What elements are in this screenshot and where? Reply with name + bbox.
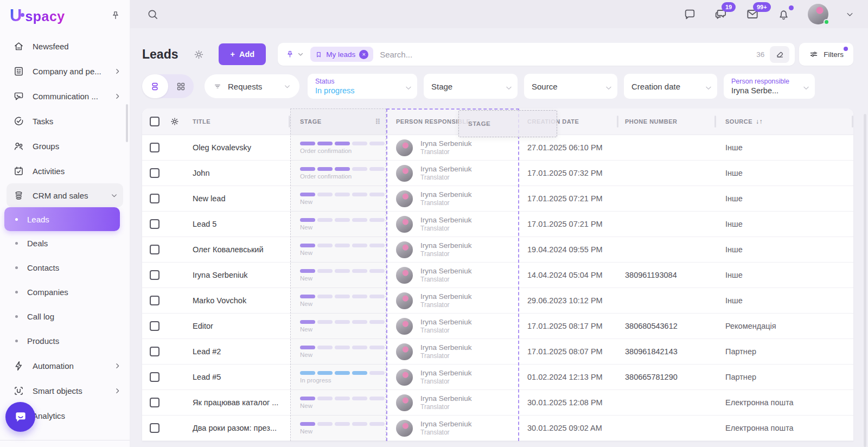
- table-row[interactable]: Oleg Kovalevsky Order confirmation Iryna…: [142, 135, 853, 161]
- lead-title[interactable]: Як працював каталог ...: [186, 398, 290, 407]
- table-row[interactable]: New lead New Iryna Serbeniuk Translator …: [142, 186, 853, 212]
- lead-title[interactable]: Олег Ковалевський: [186, 245, 290, 254]
- clear-search-button[interactable]: [770, 46, 789, 63]
- column-header-phone[interactable]: PHONE NUMBER: [618, 116, 716, 127]
- table-row[interactable]: Lead #5 In progress Iryna Serbeniuk Tran…: [142, 365, 853, 390]
- sidebar-item-smart-objects[interactable]: Smart objects: [0, 378, 130, 403]
- sidebar-item-groups[interactable]: Groups: [0, 133, 130, 158]
- comments-button[interactable]: [683, 8, 697, 21]
- table-settings-button[interactable]: [164, 117, 186, 126]
- row-checkbox[interactable]: [150, 372, 159, 382]
- lead-title[interactable]: Editor: [186, 322, 290, 330]
- sidebar-item-call-log[interactable]: Call log: [0, 304, 130, 329]
- app-logo[interactable]: U spacy: [10, 7, 65, 24]
- row-checkbox[interactable]: [150, 321, 159, 331]
- sidebar-item-products[interactable]: Products: [0, 329, 130, 353]
- sidebar-item-newsfeed[interactable]: Newsfeed: [0, 34, 130, 59]
- person-text: Iryna Serbeniuk Translator: [420, 420, 472, 437]
- online-status-dot: [824, 19, 829, 25]
- lead-title[interactable]: Marko Vovchok: [186, 296, 290, 305]
- source-filter[interactable]: Source: [524, 74, 617, 99]
- column-resize-handle[interactable]: [852, 116, 853, 127]
- lead-title[interactable]: Lead 5: [186, 220, 290, 228]
- sidebar-item-contacts[interactable]: Contacts: [0, 256, 130, 280]
- row-checkbox[interactable]: [150, 219, 159, 229]
- mail-button[interactable]: 99+: [745, 7, 760, 21]
- support-chat-button[interactable]: [5, 402, 35, 432]
- column-header-title[interactable]: TITLE: [186, 116, 290, 127]
- chats-button[interactable]: 19: [714, 7, 728, 21]
- my-leads-filter-chip[interactable]: My leads ×: [310, 47, 373, 62]
- drag-handle-icon[interactable]: ⠿: [375, 118, 381, 126]
- person-responsible-filter[interactable]: Person responsible Iryna Serbe...: [724, 74, 815, 99]
- person-role: Translator: [420, 199, 472, 207]
- row-checkbox[interactable]: [150, 296, 159, 305]
- row-checkbox[interactable]: [150, 398, 159, 407]
- stage-column-drag-ghost[interactable]: STAGE: [458, 110, 557, 137]
- user-avatar[interactable]: [808, 4, 828, 24]
- stage-bar: [300, 371, 315, 375]
- lead-title[interactable]: John: [186, 169, 290, 177]
- table-row[interactable]: Marko Vovchok New Iryna Serbeniuk Transl…: [142, 288, 853, 314]
- list-view-button[interactable]: [142, 74, 168, 98]
- requests-dropdown[interactable]: Requests: [205, 74, 299, 98]
- search-input[interactable]: [380, 50, 756, 59]
- table-row[interactable]: Як працював каталог ... New Iryna Serben…: [142, 390, 853, 416]
- sidebar-item-communication[interactable]: Communication ...: [0, 84, 130, 108]
- table-row[interactable]: Editor New Iryna Serbeniuk Translator 17…: [142, 314, 853, 339]
- row-checkbox[interactable]: [150, 270, 159, 280]
- notifications-button[interactable]: [777, 8, 790, 21]
- table-row[interactable]: John Order confirmation Iryna Serbeniuk …: [142, 161, 853, 186]
- sidebar-item-leads[interactable]: Leads: [4, 207, 120, 231]
- status-filter[interactable]: Status In progress: [308, 74, 417, 99]
- row-checkbox[interactable]: [150, 423, 159, 433]
- filters-button[interactable]: Filters: [799, 43, 853, 66]
- sidebar-item-companies[interactable]: Companies: [0, 280, 130, 304]
- table-row[interactable]: Iryna Serbeniuk New Iryna Serbeniuk Tran…: [142, 263, 853, 288]
- sidebar-item-company[interactable]: Company and pe...: [0, 59, 130, 84]
- sidebar-item-automation[interactable]: Automation: [0, 353, 130, 378]
- lead-title[interactable]: Oleg Kovalevsky: [186, 143, 290, 152]
- lead-title[interactable]: Lead #2: [186, 347, 290, 356]
- add-lead-button[interactable]: + Add: [219, 43, 266, 65]
- stage-bar: [300, 244, 315, 247]
- profile-menu-button[interactable]: [846, 10, 854, 18]
- sidebar-item-crm[interactable]: CRM and sales: [7, 183, 123, 207]
- stage-bars: [300, 167, 386, 171]
- column-header-stage[interactable]: STAGE ⠿: [290, 118, 386, 126]
- sidebar-pin-button[interactable]: [110, 10, 121, 21]
- table-row[interactable]: Lead #2 New Iryna Serbeniuk Translator 1…: [142, 339, 853, 365]
- sidebar-item-label: Call log: [27, 312, 54, 321]
- chip-close-icon[interactable]: ×: [359, 50, 368, 59]
- page-scrollbar[interactable]: [864, 114, 866, 447]
- column-header-source[interactable]: SOURCE ↓↑: [716, 116, 853, 127]
- select-all-checkbox[interactable]: [150, 117, 159, 126]
- page-settings-button[interactable]: [193, 49, 205, 60]
- sidebar-item-deals[interactable]: Deals: [0, 231, 130, 256]
- table-row[interactable]: Два роки разом: през... New Iryna Serben…: [142, 416, 853, 441]
- row-checkbox[interactable]: [150, 347, 159, 356]
- lead-title[interactable]: New lead: [186, 194, 290, 203]
- table-row[interactable]: Олег Ковалевський New Iryna Serbeniuk Tr…: [142, 237, 853, 263]
- stage-bar: [369, 244, 385, 247]
- row-checkbox[interactable]: [150, 143, 159, 152]
- grid-view-button[interactable]: [168, 74, 194, 98]
- row-checkbox[interactable]: [150, 245, 159, 254]
- sidebar-scrollbar[interactable]: [126, 104, 128, 142]
- saved-filter-pin-dropdown[interactable]: [278, 50, 310, 59]
- eraser-icon: [775, 50, 784, 59]
- stage-bar: [369, 167, 385, 171]
- stage-filter[interactable]: Stage: [424, 74, 518, 99]
- sort-icon[interactable]: ↓↑: [756, 118, 763, 125]
- row-checkbox[interactable]: [150, 194, 159, 203]
- row-checkbox[interactable]: [150, 168, 159, 178]
- global-search-button[interactable]: [146, 8, 159, 21]
- lead-title[interactable]: Lead #5: [186, 373, 290, 381]
- sidebar-item-tasks[interactable]: Tasks: [0, 108, 130, 133]
- creation-date-filter[interactable]: Creation date: [624, 74, 717, 99]
- sidebar-item-activities[interactable]: Activities: [0, 158, 130, 183]
- lead-title[interactable]: Iryna Serbeniuk: [186, 271, 290, 279]
- lead-title[interactable]: Два роки разом: през...: [186, 424, 290, 432]
- table-row[interactable]: Lead 5 New Iryna Serbeniuk Translator 17…: [142, 212, 853, 237]
- sidebar-item-label: Communication ...: [33, 92, 98, 101]
